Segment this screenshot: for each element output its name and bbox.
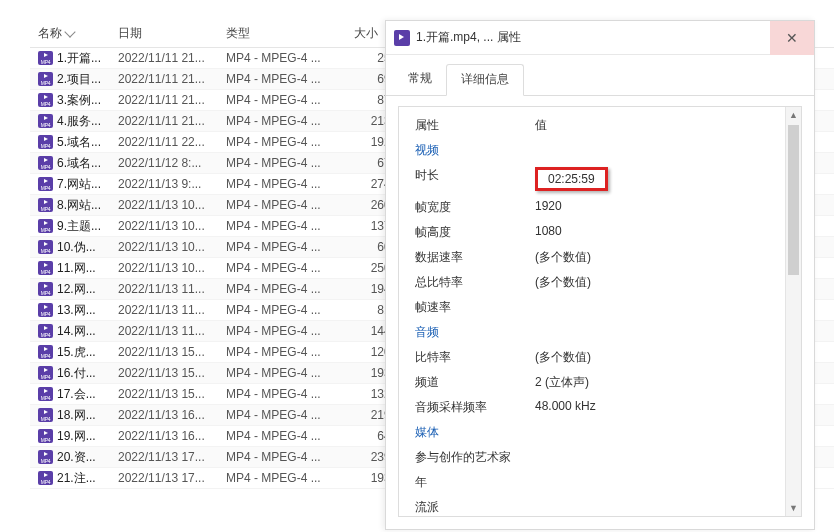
prop-row-artists[interactable]: 参与创作的艺术家 <box>409 445 775 470</box>
file-type-cell: MP4 - MPEG-4 ... <box>218 114 346 128</box>
file-name-cell: 18.网... <box>30 407 110 424</box>
prop-key-genre: 流派 <box>415 499 535 516</box>
file-name-text: 4.服务... <box>57 113 101 130</box>
file-name-cell: 21.注... <box>30 470 110 487</box>
file-name-cell: 4.服务... <box>30 113 110 130</box>
file-name-text: 19.网... <box>57 428 96 445</box>
prop-row-samplerate[interactable]: 音频采样频率 48.000 kHz <box>409 395 775 420</box>
properties-scrollbar[interactable]: ▲ ▼ <box>785 107 801 516</box>
file-name-cell: 8.网站... <box>30 197 110 214</box>
tab-general[interactable]: 常规 <box>394 64 446 96</box>
mp4-file-icon <box>38 72 53 86</box>
prop-val-bitrate: (多个数值) <box>535 349 769 366</box>
prop-val-duration: 02:25:59 <box>535 167 769 191</box>
file-date-cell: 2022/11/12 8:... <box>110 156 218 170</box>
dialog-tabs: 常规 详细信息 <box>386 55 814 96</box>
file-date-cell: 2022/11/13 17... <box>110 450 218 464</box>
prop-row-totalbitrate[interactable]: 总比特率 (多个数值) <box>409 270 775 295</box>
prop-key-framerate: 帧速率 <box>415 299 535 316</box>
chevron-down-icon <box>64 26 75 37</box>
file-date-cell: 2022/11/13 11... <box>110 303 218 317</box>
file-date-cell: 2022/11/13 10... <box>110 261 218 275</box>
mp4-file-icon <box>38 93 53 107</box>
file-type-cell: MP4 - MPEG-4 ... <box>218 471 346 485</box>
mp4-file-icon <box>38 471 53 485</box>
column-header-name-label: 名称 <box>38 25 62 42</box>
mp4-file-icon <box>38 198 53 212</box>
mp4-file-icon <box>38 429 53 443</box>
close-button[interactable]: ✕ <box>770 21 814 55</box>
tab-general-label: 常规 <box>408 71 432 85</box>
file-type-cell: MP4 - MPEG-4 ... <box>218 219 346 233</box>
file-date-cell: 2022/11/13 11... <box>110 324 218 338</box>
section-media: 媒体 <box>409 420 775 445</box>
section-video: 视频 <box>409 138 775 163</box>
column-header-type[interactable]: 类型 <box>218 25 346 42</box>
prop-val-artists <box>535 449 769 466</box>
scroll-thumb[interactable] <box>788 125 799 275</box>
file-type-cell: MP4 - MPEG-4 ... <box>218 72 346 86</box>
prop-row-year[interactable]: 年 <box>409 470 775 495</box>
file-name-cell: 10.伪... <box>30 239 110 256</box>
file-name-text: 17.会... <box>57 386 96 403</box>
file-type-cell: MP4 - MPEG-4 ... <box>218 282 346 296</box>
mp4-file-icon <box>38 240 53 254</box>
prop-key-bitrate: 比特率 <box>415 349 535 366</box>
prop-row-frameheight[interactable]: 帧高度 1080 <box>409 220 775 245</box>
tab-details[interactable]: 详细信息 <box>446 64 524 96</box>
file-name-cell: 2.项目... <box>30 71 110 88</box>
file-name-text: 10.伪... <box>57 239 96 256</box>
file-date-cell: 2022/11/13 17... <box>110 471 218 485</box>
column-header-date[interactable]: 日期 <box>110 25 218 42</box>
file-type-cell: MP4 - MPEG-4 ... <box>218 408 346 422</box>
prop-key-datarate: 数据速率 <box>415 249 535 266</box>
prop-row-duration[interactable]: 时长 02:25:59 <box>409 163 775 195</box>
file-type-cell: MP4 - MPEG-4 ... <box>218 303 346 317</box>
file-name-text: 1.开篇... <box>57 50 101 67</box>
file-date-cell: 2022/11/13 15... <box>110 387 218 401</box>
mp4-file-icon <box>38 156 53 170</box>
properties-header-value: 值 <box>535 117 769 134</box>
file-date-cell: 2022/11/13 11... <box>110 282 218 296</box>
file-name-cell: 1.开篇... <box>30 50 110 67</box>
file-type-cell: MP4 - MPEG-4 ... <box>218 177 346 191</box>
prop-row-channels[interactable]: 频道 2 (立体声) <box>409 370 775 395</box>
prop-val-framerate <box>535 299 769 316</box>
file-name-text: 7.网站... <box>57 176 101 193</box>
file-name-text: 3.案例... <box>57 92 101 109</box>
file-name-text: 14.网... <box>57 323 96 340</box>
file-name-cell: 12.网... <box>30 281 110 298</box>
scroll-arrow-up-icon[interactable]: ▲ <box>786 107 801 123</box>
prop-val-channels: 2 (立体声) <box>535 374 769 391</box>
prop-key-channels: 频道 <box>415 374 535 391</box>
file-name-cell: 3.案例... <box>30 92 110 109</box>
file-name-cell: 5.域名... <box>30 134 110 151</box>
file-date-cell: 2022/11/13 15... <box>110 345 218 359</box>
dialog-titlebar[interactable]: 1.开篇.mp4, ... 属性 ✕ <box>386 21 814 55</box>
duration-highlight: 02:25:59 <box>535 167 608 191</box>
mp4-file-icon <box>38 345 53 359</box>
properties-dialog: 1.开篇.mp4, ... 属性 ✕ 常规 详细信息 属性 值 视频 时长 02… <box>385 20 815 530</box>
prop-row-datarate[interactable]: 数据速率 (多个数值) <box>409 245 775 270</box>
prop-row-framerate[interactable]: 帧速率 <box>409 295 775 320</box>
prop-row-bitrate[interactable]: 比特率 (多个数值) <box>409 345 775 370</box>
column-header-name[interactable]: 名称 <box>30 25 110 42</box>
file-date-cell: 2022/11/13 9:... <box>110 177 218 191</box>
file-name-text: 12.网... <box>57 281 96 298</box>
mp4-file-icon <box>394 30 410 46</box>
file-type-cell: MP4 - MPEG-4 ... <box>218 387 346 401</box>
mp4-file-icon <box>38 366 53 380</box>
column-header-type-label: 类型 <box>226 25 250 42</box>
section-audio: 音频 <box>409 320 775 345</box>
file-name-text: 8.网站... <box>57 197 101 214</box>
file-name-cell: 13.网... <box>30 302 110 319</box>
mp4-file-icon <box>38 324 53 338</box>
file-name-cell: 6.域名... <box>30 155 110 172</box>
prop-row-framewidth[interactable]: 帧宽度 1920 <box>409 195 775 220</box>
file-name-text: 16.付... <box>57 365 96 382</box>
prop-val-genre <box>535 499 769 516</box>
mp4-file-icon <box>38 282 53 296</box>
prop-key-artists: 参与创作的艺术家 <box>415 449 535 466</box>
prop-row-genre[interactable]: 流派 <box>409 495 775 517</box>
scroll-arrow-down-icon[interactable]: ▼ <box>786 500 801 516</box>
